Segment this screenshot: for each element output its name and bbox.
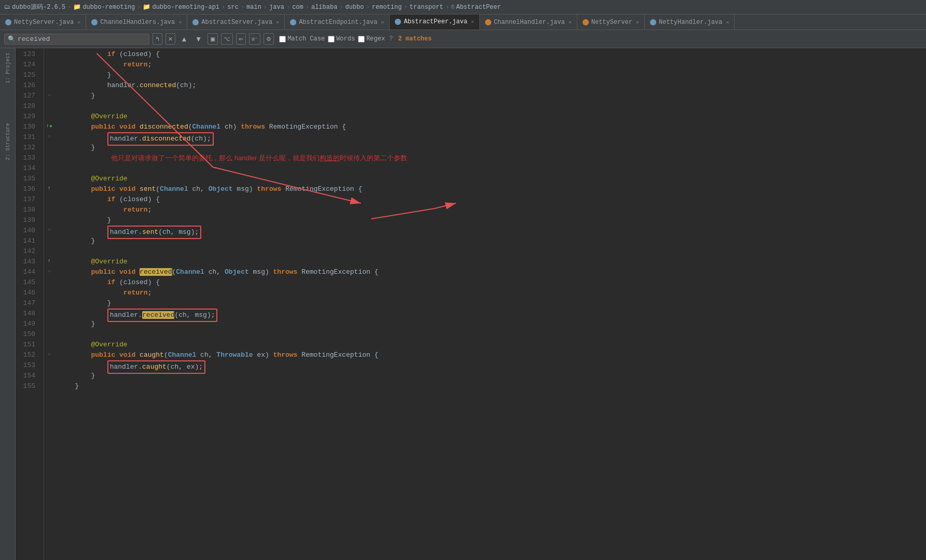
tab-icon-c: [192, 19, 199, 25]
code-line: [54, 163, 926, 174]
search-input-wrapper: 🔍: [4, 34, 149, 45]
search-close-btn[interactable]: ✕: [165, 33, 175, 45]
search-bar: 🔍 ↰ ✕ ▲ ▼ ▣ ⌥ ⇐ ≡⁻ ⚙ Match Case Words Re…: [0, 30, 926, 48]
tab-icon-c: [650, 19, 656, 25]
code-line: public void caught(Channel ch, Throwable…: [54, 350, 926, 360]
folder-icon: 📁: [143, 3, 150, 11]
tab-nettyserver2[interactable]: NettyServer ✕: [577, 15, 645, 30]
regex-option[interactable]: Regex: [358, 35, 385, 43]
search-find-btn[interactable]: ▣: [208, 33, 218, 45]
tab-close-btn[interactable]: ✕: [569, 19, 572, 25]
sidebar-project-icon[interactable]: 1: Project: [2, 50, 14, 86]
tab-close-btn[interactable]: ✕: [178, 19, 182, 25]
highlight-received-2: received: [142, 311, 174, 319]
code-line: handler.caught(ch, ex);: [54, 360, 926, 371]
code-line: }: [54, 143, 926, 153]
code-line: }: [54, 319, 926, 329]
fold-icon[interactable]: ○: [48, 269, 51, 274]
tab-icon-c: [395, 19, 401, 25]
search-option-btn1[interactable]: ⌥: [221, 33, 233, 45]
code-line: if (closed) {: [54, 194, 926, 205]
code-lines: if (closed) { return; } handler.connecte…: [54, 48, 926, 560]
code-line: @Override: [54, 111, 926, 122]
fold-icon[interactable]: ○: [48, 92, 51, 98]
search-input[interactable]: [18, 35, 146, 43]
tab-close-btn[interactable]: ✕: [77, 19, 80, 25]
code-line: [54, 329, 926, 340]
search-options: Match Case Words Regex ?: [279, 35, 393, 43]
code-line: return;: [54, 288, 926, 298]
project-icon: 🗂: [4, 3, 10, 11]
tab-icon-i: [485, 19, 491, 25]
folder-icon: 📁: [73, 3, 81, 11]
fold-icon[interactable]: ○: [48, 227, 51, 233]
tab-abstractserver[interactable]: AbstractServer.java ✕: [187, 15, 285, 30]
code-line: }: [54, 236, 926, 246]
main-layout: 1: Project 2: Structure 123 124 125 126 …: [0, 48, 926, 560]
tab-channelhandler[interactable]: ChannelHandler.java ✕: [480, 15, 577, 30]
code-line: @Override: [54, 257, 926, 267]
code-line: return;: [54, 60, 926, 70]
tab-nettyserver[interactable]: NettyServer.java ✕: [0, 15, 86, 30]
tab-nettyhandler[interactable]: NettyHandler.java ✕: [645, 15, 735, 30]
left-sidebar: 1: Project 2: Structure: [0, 48, 16, 560]
code-line: [54, 246, 926, 257]
code-line: @Override: [54, 174, 926, 184]
code-line: handler.sent(ch, msg);: [54, 226, 926, 236]
tab-close-btn[interactable]: ✕: [726, 19, 729, 25]
sidebar-structure-icon[interactable]: 2: Structure: [2, 121, 14, 162]
tab-channelhandlers[interactable]: ChannelHandlers.java ✕: [86, 15, 187, 30]
code-line: handler.received(ch, msg);: [54, 309, 926, 319]
tab-icon-c: [5, 19, 11, 25]
search-replace-btn[interactable]: ↰: [153, 33, 162, 45]
search-next-btn[interactable]: ▼: [193, 34, 204, 44]
code-line: }: [54, 381, 926, 391]
code-line: public void received(Channel ch, Object …: [54, 267, 926, 277]
fold-icon[interactable]: ○: [48, 134, 51, 139]
search-multiline-btn[interactable]: ≡⁻: [249, 33, 260, 45]
search-filter-btn[interactable]: ⚙: [264, 33, 274, 45]
search-icon: 🔍: [8, 35, 16, 43]
code-line: }: [54, 91, 926, 101]
code-line: public void disconnected(Channel ch) thr…: [54, 122, 926, 132]
tab-icon-c: [91, 19, 98, 25]
breadcrumb: 🗂 dubbo源码-2.6.5 › 📁 dubbo-remoting › 📁 d…: [0, 0, 926, 15]
gutter-arrow: ↑: [48, 186, 51, 191]
breadcrumb-project[interactable]: 🗂 dubbo源码-2.6.5: [4, 3, 65, 11]
code-line: public void sent(Channel ch, Object msg)…: [54, 184, 926, 194]
code-line: handler.disconnected(ch);: [54, 132, 926, 143]
highlight-received-1: received: [140, 268, 172, 276]
code-line: if (closed) {: [54, 277, 926, 288]
tab-icon-i: [583, 19, 589, 25]
gutter: ○ ↑● ○ ↑ ○ ↑ ○: [44, 48, 54, 560]
code-line: }: [54, 298, 926, 309]
help-btn[interactable]: ?: [389, 35, 393, 43]
code-line-annotation: 他只是对请求做了一个简单的委托，那么 handler 是什么呢，就是我们构造的时…: [54, 153, 926, 163]
code-container: 123 124 125 126 127 128 129 130 131 132 …: [16, 48, 926, 560]
code-area: 123 124 125 126 127 128 129 130 131 132 …: [16, 48, 926, 560]
code-line: @Override: [54, 340, 926, 350]
line-numbers: 123 124 125 126 127 128 129 130 131 132 …: [16, 48, 44, 560]
tab-abstractendpoint[interactable]: AbstractEndpoint.java ✕: [285, 15, 390, 30]
tabs-bar: NettyServer.java ✕ ChannelHandlers.java …: [0, 15, 926, 30]
search-prev-btn[interactable]: ▲: [178, 34, 190, 44]
code-line: return;: [54, 205, 926, 215]
gutter-arrow: ↑: [48, 258, 51, 264]
tab-close-btn[interactable]: ✕: [471, 19, 474, 25]
code-line: [54, 101, 926, 111]
code-line: }: [54, 70, 926, 80]
code-line: }: [54, 371, 926, 381]
code-line: }: [54, 215, 926, 226]
code-line: if (closed) {: [54, 49, 926, 60]
tab-icon-c: [290, 19, 296, 25]
fold-icon[interactable]: ○: [48, 352, 51, 357]
match-count: 2 matches: [398, 35, 432, 43]
tab-close-btn[interactable]: ✕: [381, 19, 384, 25]
search-option-btn2[interactable]: ⇐: [236, 33, 246, 45]
match-case-option[interactable]: Match Case: [279, 35, 325, 43]
tab-close-btn[interactable]: ✕: [636, 19, 639, 25]
tab-abstractpeer[interactable]: AbstractPeer.java ✕: [390, 15, 479, 30]
words-option[interactable]: Words: [328, 35, 355, 43]
tab-close-btn[interactable]: ✕: [276, 19, 279, 25]
code-line: handler.connected(ch);: [54, 80, 926, 91]
